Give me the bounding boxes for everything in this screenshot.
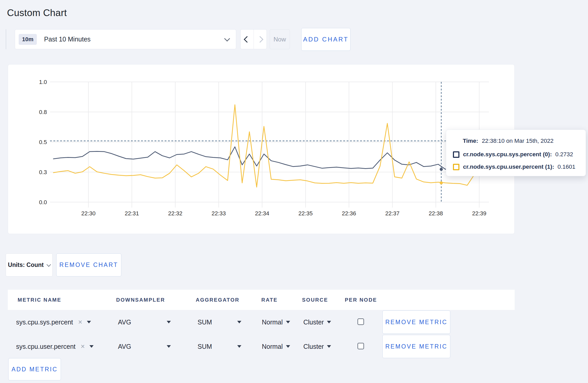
source-select[interactable]: Cluster <box>303 334 331 359</box>
svg-text:1.0: 1.0 <box>39 79 47 85</box>
col-header-downsampler: DOWNSAMPLER <box>116 290 165 310</box>
caret-down-icon[interactable] <box>237 321 241 323</box>
chart-tooltip: Time: 22:38:10 on Mar 15th, 2022 cr.node… <box>446 130 586 176</box>
svg-text:22:39: 22:39 <box>472 210 486 217</box>
svg-text:22:35: 22:35 <box>298 210 313 217</box>
rate-value: Normal <box>262 343 283 350</box>
remove-metric-button[interactable]: REMOVE METRIC <box>382 310 450 334</box>
remove-chart-button[interactable]: REMOVE CHART <box>56 253 121 276</box>
metric-name-select[interactable]: sys.cpu.user.percent × <box>16 334 94 359</box>
source-value: Cluster <box>303 343 324 350</box>
source-value: Cluster <box>303 318 324 326</box>
tooltip-series-name: cr.node.sys.cpu.sys.percent (0): <box>463 151 552 158</box>
tooltip-series-value: 0.1601 <box>557 164 575 170</box>
caret-down-icon <box>327 321 331 323</box>
units-dropdown[interactable]: Units: Count <box>6 253 53 276</box>
tooltip-series-value: 0.2732 <box>555 151 573 158</box>
per-node-checkbox[interactable] <box>358 343 364 349</box>
rate-select[interactable]: Normal <box>262 310 290 334</box>
col-header-rate: RATE <box>261 290 278 310</box>
caret-down-icon[interactable] <box>167 321 171 323</box>
tooltip-series-name: cr.node.sys.cpu.user.percent (1): <box>463 164 554 170</box>
aggregator-value: SUM <box>198 343 212 350</box>
rate-value: Normal <box>262 318 283 326</box>
svg-text:0.8: 0.8 <box>39 109 47 115</box>
units-label: Units: Count <box>8 261 44 268</box>
remove-metric-button[interactable]: REMOVE METRIC <box>382 335 450 358</box>
metric-name-value: sys.cpu.user.percent <box>16 343 75 350</box>
chevron-down-icon <box>224 36 230 41</box>
svg-text:22:30: 22:30 <box>81 210 95 217</box>
chart-panel: 0.00.30.50.81.022:3022:3122:3222:3322:34… <box>8 64 515 234</box>
svg-text:22:36: 22:36 <box>342 210 356 217</box>
svg-text:0.5: 0.5 <box>39 139 47 145</box>
downsampler-select[interactable]: AVG <box>118 310 131 334</box>
aggregator-select[interactable]: SUM <box>198 334 212 359</box>
caret-down-icon <box>286 321 290 323</box>
col-header-metric-name: METRIC NAME <box>18 290 61 310</box>
metric-row: sys.cpu.user.percent × AVG SUM Normal Cl… <box>8 334 515 359</box>
time-range-badge: 10m <box>19 34 37 45</box>
svg-text:22:34: 22:34 <box>255 210 269 217</box>
svg-text:0.3: 0.3 <box>39 169 47 175</box>
sys-series-swatch-icon <box>453 151 459 158</box>
add-chart-button[interactable]: ADD CHART <box>301 28 351 51</box>
downsampler-value: AVG <box>118 343 131 350</box>
metric-name-select[interactable]: sys.cpu.sys.percent × <box>16 310 91 334</box>
clear-icon[interactable]: × <box>81 343 85 351</box>
metric-row: sys.cpu.sys.percent × AVG SUM Normal Clu… <box>8 310 515 334</box>
add-metric-button[interactable]: ADD METRIC <box>8 358 61 380</box>
svg-text:22:38: 22:38 <box>429 210 443 217</box>
svg-text:22:31: 22:31 <box>125 210 139 217</box>
chevron-right-icon <box>257 36 263 42</box>
downsampler-value: AVG <box>118 318 131 326</box>
caret-down-icon <box>327 345 331 348</box>
aggregator-value: SUM <box>198 318 212 326</box>
chevron-down-icon <box>47 262 51 267</box>
caret-down-icon <box>87 321 91 323</box>
svg-text:22:32: 22:32 <box>168 210 182 217</box>
metrics-table-header: METRIC NAME DOWNSAMPLER AGGREGATOR RATE … <box>8 290 515 310</box>
tooltip-time-value: 22:38:10 on Mar 15th, 2022 <box>482 138 554 144</box>
clear-icon[interactable]: × <box>78 318 82 326</box>
svg-text:0.0: 0.0 <box>39 199 47 205</box>
col-header-aggregator: AGGREGATOR <box>196 290 240 310</box>
downsampler-select[interactable]: AVG <box>118 334 131 359</box>
time-range-dropdown[interactable]: 10m Past 10 Minutes <box>15 29 236 49</box>
now-button[interactable]: Now <box>270 29 290 49</box>
rate-select[interactable]: Normal <box>262 334 290 359</box>
caret-down-icon <box>89 345 94 348</box>
toolbar-divider <box>6 29 6 49</box>
caret-down-icon[interactable] <box>167 345 171 348</box>
per-node-checkbox[interactable] <box>358 318 364 325</box>
col-header-source: SOURCE <box>302 290 328 310</box>
next-time-button[interactable] <box>254 30 267 49</box>
chevron-left-icon <box>244 36 250 42</box>
source-select[interactable]: Cluster <box>303 310 331 334</box>
aggregator-select[interactable]: SUM <box>198 310 212 334</box>
tooltip-time-label: Time: <box>463 138 478 144</box>
col-header-per-node: PER NODE <box>345 290 377 310</box>
prev-time-button[interactable] <box>241 30 254 49</box>
svg-text:22:33: 22:33 <box>212 210 226 217</box>
metric-name-value: sys.cpu.sys.percent <box>16 318 73 326</box>
timeseries-chart[interactable]: 0.00.30.50.81.022:3022:3122:3222:3322:34… <box>8 65 515 234</box>
time-range-label: Past 10 Minutes <box>44 36 90 43</box>
user-series-swatch-icon <box>453 164 459 170</box>
caret-down-icon <box>286 345 290 348</box>
caret-down-icon[interactable] <box>237 345 241 348</box>
time-pager <box>240 29 267 49</box>
svg-text:22:37: 22:37 <box>385 210 400 217</box>
page-title: Custom Chart <box>7 8 67 18</box>
